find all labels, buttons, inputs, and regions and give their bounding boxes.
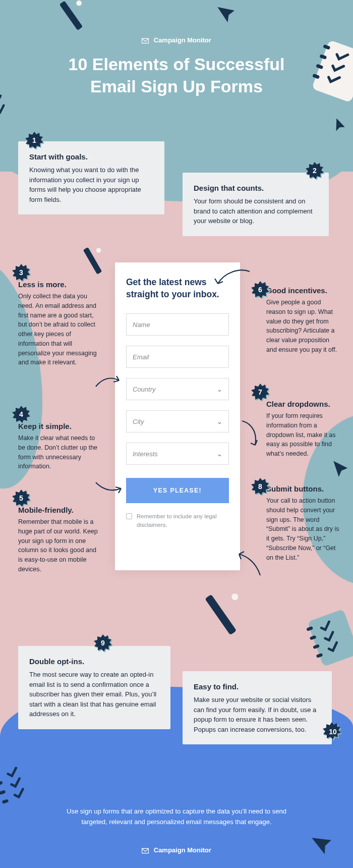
tip-body: Remember that mobile is a huge part of o… [18,517,99,574]
tip-title: Less is more. [18,280,99,289]
svg-rect-13 [205,594,237,635]
tip-card-1: Start with goals. Knowing what you want … [18,141,164,214]
tip-title: Easy to find. [194,682,321,691]
tip-number: 9 [101,639,105,647]
arrow-icon [212,267,252,288]
email-field[interactable]: Email [126,346,229,368]
name-field[interactable]: Name [126,313,229,336]
tip-body: Give people a good reason to sign up. Wh… [266,298,340,355]
tip-card-10: Easy to find. Make sure your website or … [183,671,332,744]
tip-badge-4: 4 [12,405,30,423]
submit-button[interactable]: YES PLEASE! [126,478,229,503]
city-select[interactable]: City⌄ [126,410,229,432]
tip-badge-8: 8 [251,477,269,496]
field-placeholder: Name [133,321,150,329]
tip-title: Submit buttons. [266,484,342,493]
arrow-icon [238,419,261,449]
page-title: 10 Elements of Successful Email Sign Up … [0,53,353,97]
country-select[interactable]: Country⌄ [126,378,229,400]
tip-card-7: Clear dropdowns. If your form requires i… [266,400,340,459]
tip-number: 7 [258,388,262,396]
tip-card-4: Keep it simple. Make it clear what needs… [18,422,99,471]
cursor-icon [332,119,348,135]
tip-body: Knowing what you want to do with the inf… [29,165,153,204]
field-placeholder: Interests [133,450,158,458]
tip-number: 2 [313,167,317,175]
chevron-down-icon: ⌄ [217,450,222,458]
pencil-icon [45,0,91,40]
sample-form: Get the latest news straight to your inb… [115,262,240,570]
tip-number: 5 [19,494,23,502]
tip-badge-3: 3 [12,263,30,282]
tip-body: Only collect the data you need. An email… [18,292,99,367]
tip-badge-5: 5 [12,489,30,507]
tip-body: Make it clear what needs to be done. Don… [18,433,99,471]
tip-number: 10 [329,728,337,736]
tip-badge-10: 10 [323,722,343,742]
tip-badge-7: 7 [251,383,269,401]
tip-body: If your form requires information from a… [266,411,340,459]
pencil-icon [192,588,247,643]
tip-number: 3 [19,268,23,277]
tip-card-9: Double opt-ins. The most secure way to c… [18,646,170,729]
tip-body: Your form should be consistent and on br… [194,196,318,226]
tip-number: 4 [19,410,23,418]
notepad-icon [299,604,353,673]
tip-card-2: Design that counts. Your form should be … [183,173,329,236]
tip-body: Your call to action button should help c… [266,496,342,562]
arrow-icon [236,550,266,580]
chevron-down-icon: ⌄ [217,386,222,393]
tip-title: Good incentives. [266,286,340,295]
tip-card-3: Less is more. Only collect the data you … [18,280,99,367]
tip-body: The most secure way to create an opted-i… [29,670,159,719]
arrow-icon [94,479,125,495]
tip-card-5: Mobile-friendly. Remember that mobile is… [18,506,99,574]
disclaimer-text: Remember to include any legal disclaimer… [137,512,229,529]
brand-logo-top: Campaign Monitor [0,36,353,44]
field-placeholder: Email [133,353,149,361]
tip-number: 8 [258,482,262,491]
tip-title: Double opt-ins. [29,657,159,666]
tip-number: 6 [258,286,262,294]
svg-point-1 [76,1,82,6]
footer-text: Use sign up forms that are optimized to … [55,806,298,828]
title-line-1: 10 Elements of Successful [69,55,285,74]
title-line-2: Email Sign Up Forms [90,77,263,96]
tip-title: Mobile-friendly. [18,506,99,514]
tip-number: 1 [32,136,36,144]
tip-title: Design that counts. [194,184,318,192]
svg-point-14 [231,593,238,600]
disclaimer-row: Remember to include any legal disclaimer… [126,512,229,529]
checkbox-icon[interactable] [126,513,132,519]
cursor-icon [217,3,240,26]
tip-badge-9: 9 [94,634,112,652]
interests-select[interactable]: Interests⌄ [126,443,229,465]
tip-card-6: Good incentives. Give people a good reas… [266,286,340,355]
chevron-down-icon: ⌄ [217,418,222,425]
field-placeholder: City [133,418,144,425]
pencil-icon [70,242,110,283]
cursor-icon [331,459,352,480]
tip-badge-2: 2 [306,161,324,180]
tip-title: Start with goals. [29,152,153,161]
svg-point-12 [96,248,101,253]
field-placeholder: Country [133,386,156,393]
brand-name: Campaign Monitor [154,846,211,854]
arrow-icon [94,373,124,390]
brand-logo-bottom: Campaign Monitor [0,846,353,854]
tip-card-8: Submit buttons. Your call to action butt… [266,484,342,562]
tip-badge-6: 6 [251,281,269,299]
tip-body: Make sure your website or social visitor… [194,695,321,734]
tip-badge-1: 1 [25,131,43,149]
cursor-icon [312,832,338,858]
tip-title: Keep it simple. [18,422,99,430]
brand-name: Campaign Monitor [154,36,211,44]
tip-title: Clear dropdowns. [266,400,340,408]
